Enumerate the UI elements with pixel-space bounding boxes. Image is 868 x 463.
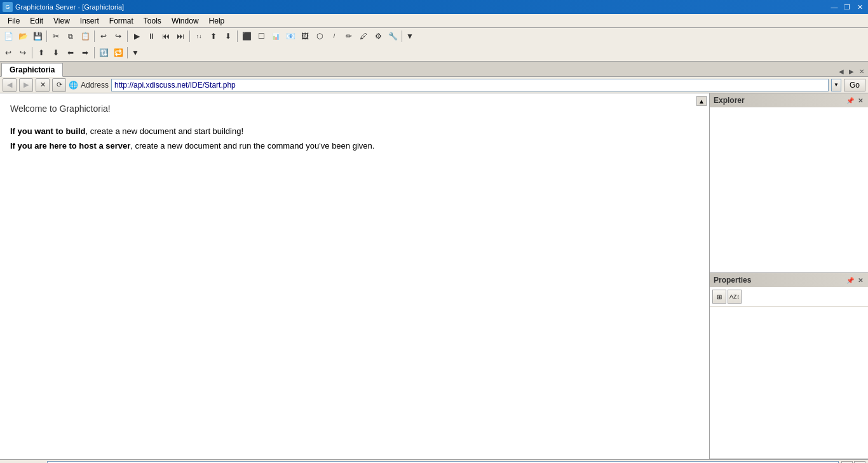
maximize-button[interactable]: ❐ [841, 1, 853, 13]
tb-line[interactable]: / [327, 29, 341, 43]
menu-format[interactable]: Format [104, 15, 139, 27]
tab-prev-button[interactable]: ◀ [836, 66, 846, 76]
tab-close-button[interactable]: ✕ [857, 66, 867, 76]
sep2-3 [127, 47, 128, 58]
tb-redo[interactable]: ↪ [111, 29, 125, 43]
back-button[interactable]: ◀ [3, 78, 17, 92]
command-bar: Command > ⚙ ▼ [0, 459, 868, 463]
menu-view[interactable]: View [48, 15, 75, 27]
content-line1: If you want to build, create a new docum… [10, 124, 699, 138]
address-icon: 🌐 [69, 81, 78, 90]
command-input[interactable] [47, 461, 839, 464]
window-title: Graphictoria Server - [Graphictoria] [15, 3, 124, 11]
address-dropdown[interactable]: ▼ [831, 79, 841, 91]
tb-open[interactable]: 📂 [16, 29, 30, 43]
properties-title: Properties [714, 276, 751, 285]
separator-1 [46, 30, 47, 42]
right-panels: Explorer 📌 ✕ Properties 📌 ✕ ⊞ AZ↕ [709, 93, 868, 459]
properties-pin-button[interactable]: 📌 [845, 277, 855, 284]
tb-chart[interactable]: 📊 [269, 29, 283, 43]
address-label: 🌐 Address [69, 81, 109, 90]
tb-select[interactable]: ☐ [254, 29, 268, 43]
tb2-right[interactable]: ➡ [78, 46, 92, 60]
menu-file[interactable]: File [3, 15, 25, 27]
properties-toolbar: ⊞ AZ↕ [710, 287, 868, 307]
tb2-redo[interactable]: ↪ [16, 46, 30, 60]
tb-paste[interactable]: 📋 [78, 29, 92, 43]
properties-grid-button[interactable]: ⊞ [712, 290, 726, 304]
tb-format[interactable]: 🔧 [386, 29, 400, 43]
tb-mail[interactable]: 📧 [283, 29, 297, 43]
tb-save[interactable]: 💾 [31, 29, 44, 43]
content-wrapper: Welcome to Graphictoria! If you want to … [0, 93, 868, 459]
properties-close-button[interactable]: ✕ [857, 277, 864, 284]
address-input[interactable] [111, 79, 829, 91]
close-button[interactable]: ✕ [854, 1, 865, 13]
separator-4 [189, 30, 190, 42]
tb-cut[interactable]: ✂ [49, 29, 63, 43]
explorer-panel-header: Explorer 📌 ✕ [710, 93, 868, 107]
tb-image[interactable]: 🖼 [298, 29, 312, 43]
command-dropdown-button[interactable]: ▼ [854, 461, 865, 464]
content-line1-rest: , create a new document and start buildi… [85, 126, 243, 136]
tb-move-up[interactable]: ⬆ [207, 29, 220, 43]
tb2-refresh[interactable]: 🔃 [97, 46, 111, 60]
command-right-buttons: ⚙ ▼ [841, 461, 865, 464]
refresh-button[interactable]: ⟳ [52, 78, 66, 92]
tb-copy[interactable]: ⧉ [64, 29, 78, 43]
explorer-pin-button[interactable]: 📌 [845, 97, 855, 104]
tb-shape[interactable]: ⬡ [313, 29, 327, 43]
tb2-up[interactable]: ⬆ [34, 46, 48, 60]
scroll-up-button[interactable]: ▲ [696, 96, 707, 106]
explorer-panel: Explorer 📌 ✕ [710, 93, 868, 273]
tab-next-button[interactable]: ▶ [846, 66, 857, 76]
command-settings-button[interactable]: ⚙ [841, 461, 853, 464]
menu-insert[interactable]: Insert [75, 15, 104, 27]
separator-5 [237, 30, 238, 42]
tb-pencil[interactable]: ✏ [342, 29, 356, 43]
explorer-body [710, 107, 868, 272]
sep2-2 [94, 47, 95, 58]
menu-help[interactable]: Help [204, 15, 230, 27]
tab-strip: Graphictoria ◀ ▶ ✕ [0, 62, 868, 77]
tb-pen[interactable]: 🖊 [356, 29, 370, 43]
tb-next[interactable]: ⏭ [173, 29, 187, 43]
tb-pause[interactable]: ⏸ [144, 29, 158, 43]
title-bar: G Graphictoria Server - [Graphictoria] —… [0, 0, 868, 14]
menu-window[interactable]: Window [166, 15, 204, 27]
toolbar-secondary: ↩ ↪ ⬆ ⬇ ⬅ ➡ 🔃 🔁 ▼ [0, 44, 868, 61]
properties-panel: Properties 📌 ✕ ⊞ AZ↕ [710, 273, 868, 459]
tb-rect[interactable]: ⬛ [240, 29, 254, 43]
explorer-close-button[interactable]: ✕ [857, 97, 864, 104]
tb2-undo[interactable]: ↩ [1, 46, 15, 60]
tb2-dropdown[interactable]: ▼ [130, 46, 141, 60]
minimize-button[interactable]: — [829, 1, 840, 13]
tab-label: Graphictoria [10, 65, 55, 74]
properties-body: ⊞ AZ↕ [710, 287, 868, 459]
explorer-header-buttons: 📌 ✕ [845, 97, 864, 104]
tab-graphictoria[interactable]: Graphictoria [1, 63, 63, 77]
tb-new[interactable]: 📄 [1, 29, 15, 43]
tb2-left[interactable]: ⬅ [64, 46, 78, 60]
browser-toolbar: ◀ ▶ ✕ ⟳ 🌐 Address ▼ Go [0, 77, 868, 93]
tb-insert-marker[interactable]: ↑↓ [192, 29, 206, 43]
tb-play[interactable]: ▶ [130, 29, 144, 43]
menu-edit[interactable]: Edit [25, 15, 48, 27]
tb2-loop[interactable]: 🔁 [111, 46, 125, 60]
tb-dropdown[interactable]: ▼ [404, 29, 416, 43]
main-content: Welcome to Graphictoria! If you want to … [0, 93, 709, 459]
tb-move-down[interactable]: ⬇ [221, 29, 235, 43]
content-text: If you want to build, create a new docum… [10, 124, 699, 154]
tb-prev[interactable]: ⏮ [159, 29, 173, 43]
tb2-down[interactable]: ⬇ [49, 46, 63, 60]
go-button[interactable]: Go [844, 79, 865, 91]
tb-undo[interactable]: ↩ [97, 29, 111, 43]
forward-button[interactable]: ▶ [19, 78, 33, 92]
menu-tools[interactable]: Tools [139, 15, 166, 27]
stop-button[interactable]: ✕ [36, 78, 50, 92]
sep2-1 [32, 47, 32, 58]
tb-settings[interactable]: ⚙ [371, 29, 385, 43]
separator-6 [402, 30, 402, 42]
properties-header-buttons: 📌 ✕ [845, 277, 864, 284]
properties-sort-button[interactable]: AZ↕ [728, 290, 742, 304]
